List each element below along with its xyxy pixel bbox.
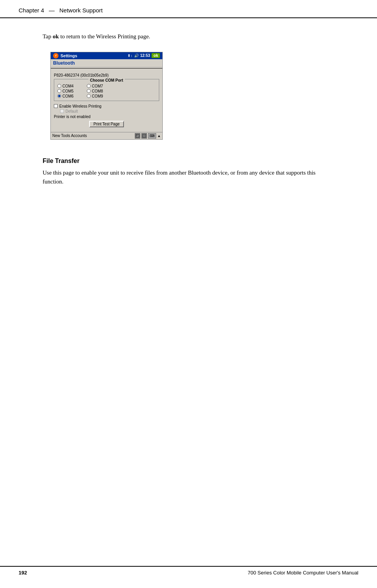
taskbar-left: New Tools Accounts — [52, 134, 87, 138]
footer-page-number: 192 — [19, 570, 27, 576]
radio-com8-outer[interactable] — [87, 89, 91, 93]
titlebar-left: f Settings — [53, 53, 77, 58]
radio-com6[interactable]: COM6 — [57, 94, 81, 98]
chapter-title: Chapter 4 — Network Support — [19, 7, 103, 14]
ok-button[interactable]: ok — [151, 53, 160, 58]
enable-wireless-row: Enable Wireless Printing — [54, 104, 159, 108]
taskbar-icons: ⌨ ▲ — [135, 133, 161, 139]
screen-body: P820-4862374 (00c01b05e2b9) Choose COM P… — [51, 71, 162, 132]
page-header: Chapter 4 — Network Support — [0, 0, 377, 18]
radio-com5-label: COM5 — [62, 89, 74, 93]
arrow-up-icon[interactable]: ▲ — [157, 134, 161, 138]
default-checkbox[interactable] — [60, 109, 64, 113]
radio-com7-outer[interactable] — [87, 84, 91, 88]
intro-bold-word: ok — [53, 33, 59, 39]
intro-text-after: to return to the Wireless Printing page. — [59, 33, 150, 39]
main-content: Tap ok to return to the Wireless Printin… — [0, 18, 377, 209]
print-test-button[interactable]: Print Test Page — [89, 121, 124, 127]
radio-com9[interactable]: COM9 — [87, 94, 110, 98]
file-transfer-heading: File Transfer — [43, 158, 334, 165]
chapter-number: Chapter 4 — [19, 7, 44, 14]
radio-com9-outer[interactable] — [87, 94, 91, 98]
titlebar: f Settings ⬆↕ 🔊 12:53 ok — [51, 52, 162, 59]
printer-status-text: Printer is not enabled — [54, 115, 159, 119]
radio-com8-label: COM8 — [92, 89, 103, 93]
taskbar: New Tools Accounts ⌨ ▲ — [51, 132, 162, 139]
clock-display: 12:53 — [140, 53, 150, 58]
speaker-icon: 🔊 — [134, 53, 139, 58]
com-row-2: COM5 COM8 — [57, 89, 156, 93]
radio-com5-outer[interactable] — [57, 89, 61, 93]
windows-icon: f — [53, 53, 59, 58]
wireless-section: Enable Wireless Printing Default Printer… — [54, 103, 159, 130]
file-transfer-body: Use this page to enable your unit to rec… — [43, 168, 334, 187]
device-screen: f Settings ⬆↕ 🔊 12:53 ok Bluetooth P820-… — [50, 52, 163, 140]
radio-com7-label: COM7 — [92, 84, 103, 88]
footer-manual-title: 700 Series Color Mobile Computer User's … — [248, 570, 358, 576]
com-port-inner: Choose COM Port COM4 COM7 — [54, 79, 159, 101]
radio-com6-label: COM6 — [62, 94, 74, 98]
default-label: Default — [65, 109, 78, 113]
enable-wireless-checkbox[interactable] — [54, 104, 58, 108]
dash: — — [49, 7, 55, 14]
radio-com6-dot — [58, 95, 60, 97]
page-footer: 192 700 Series Color Mobile Computer Use… — [0, 566, 377, 579]
intro-text-before: Tap — [43, 33, 53, 39]
bluetooth-label: Bluetooth — [53, 60, 75, 66]
radio-com6-outer[interactable] — [57, 94, 61, 98]
radio-com4[interactable]: COM4 — [57, 84, 81, 88]
com-row-1: COM4 COM7 — [57, 84, 156, 88]
radio-com4-outer[interactable] — [57, 84, 61, 88]
taskbar-icon-2[interactable] — [141, 133, 147, 139]
enable-wireless-label: Enable Wireless Printing — [59, 104, 102, 108]
titlebar-right: ⬆↕ 🔊 12:53 ok — [127, 53, 160, 58]
taskbar-menu[interactable]: New Tools Accounts — [52, 134, 87, 138]
svg-rect-1 — [136, 135, 138, 136]
keyboard-icon[interactable]: ⌨ — [148, 133, 156, 139]
radio-com7[interactable]: COM7 — [87, 84, 110, 88]
taskbar-icon-1[interactable] — [135, 133, 140, 139]
device-id: P820-4862374 (00c01b05e2b9) — [54, 73, 159, 77]
default-row: Default — [60, 109, 159, 113]
radio-com8[interactable]: COM8 — [87, 89, 110, 93]
com-port-box: Choose COM Port COM4 COM7 — [54, 79, 159, 101]
signal-icon: ⬆↕ — [127, 54, 133, 58]
titlebar-title: Settings — [60, 53, 77, 58]
radio-com5[interactable]: COM5 — [57, 89, 81, 93]
intro-paragraph: Tap ok to return to the Wireless Printin… — [43, 32, 334, 41]
bluetooth-bar: Bluetooth — [51, 59, 162, 67]
radio-com9-label: COM9 — [92, 94, 103, 98]
radio-com4-label: COM4 — [62, 84, 74, 88]
screenshot-container: f Settings ⬆↕ 🔊 12:53 ok Bluetooth P820-… — [50, 52, 163, 140]
com-row-3: COM6 COM9 — [57, 94, 156, 98]
section-name: Network Support — [59, 7, 103, 14]
com-port-title: Choose COM Port — [57, 78, 156, 82]
